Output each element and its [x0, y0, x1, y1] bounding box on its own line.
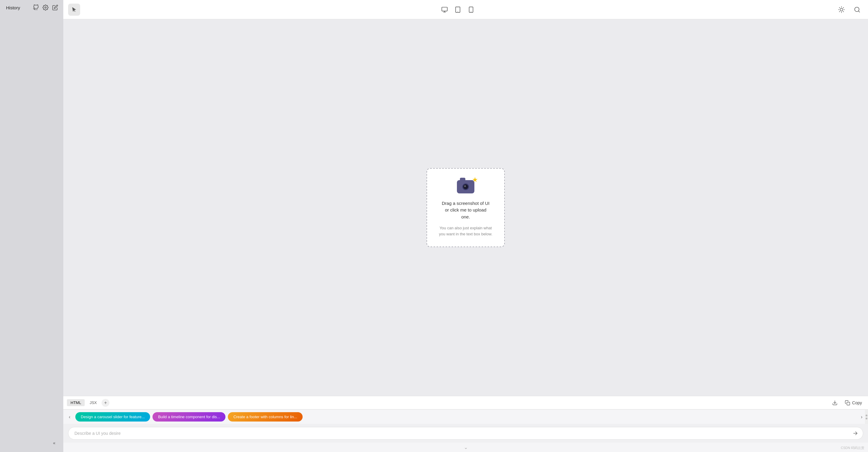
upload-icon: [455, 178, 476, 195]
upload-sub-text: You can also just explain what you want …: [439, 225, 492, 237]
sidebar-icons: [33, 4, 59, 11]
svg-line-15: [839, 11, 840, 11]
suggestion-chip-1[interactable]: Build a timeline component for dis...: [153, 412, 225, 422]
scroll-down-indicator: [866, 418, 867, 419]
code-panel: HTML JSX + Copy: [63, 396, 868, 409]
search-button[interactable]: [851, 4, 863, 16]
suggestions-prev-button[interactable]: ‹: [66, 414, 73, 420]
input-wrapper: [68, 427, 863, 440]
svg-rect-6: [469, 7, 473, 12]
svg-line-11: [839, 7, 840, 7]
copy-label: Copy: [852, 400, 862, 405]
upload-main-text: Drag a screenshot of UI or click me to u…: [442, 200, 490, 221]
tablet-view-button[interactable]: [452, 4, 464, 16]
github-icon[interactable]: [33, 4, 39, 11]
download-button[interactable]: [830, 399, 840, 407]
send-button[interactable]: [850, 428, 860, 438]
tab-html[interactable]: HTML: [67, 399, 85, 406]
sidebar-header: History: [0, 0, 63, 15]
camera-bump: [460, 178, 465, 181]
cursor-tool-button[interactable]: [68, 4, 80, 16]
sidebar-collapse-button[interactable]: «: [50, 439, 59, 447]
toolbar-center: [438, 4, 477, 16]
suggestions-next-button[interactable]: ›: [858, 414, 865, 420]
toolbar: [63, 0, 868, 19]
prompt-input[interactable]: [68, 427, 863, 440]
code-tab-actions: Copy: [830, 399, 864, 407]
svg-line-18: [858, 11, 860, 12]
suggestion-chip-0[interactable]: Design a carousel slider for feature...: [75, 412, 150, 422]
main-content: Drag a screenshot of UI or click me to u…: [63, 0, 868, 452]
svg-rect-20: [847, 402, 850, 405]
toolbar-left: [68, 4, 80, 16]
copy-button[interactable]: Copy: [842, 399, 864, 407]
collapse-hint[interactable]: ⌄: [63, 443, 868, 452]
svg-rect-4: [456, 7, 460, 12]
code-tabs: HTML JSX +: [67, 399, 110, 407]
toolbar-right: [835, 4, 863, 16]
watermark: CSDN 码码云赏: [841, 446, 864, 450]
suggestion-chip-2[interactable]: Create a footer with columns for lin...: [228, 412, 303, 422]
preview-area[interactable]: Drag a screenshot of UI or click me to u…: [63, 19, 868, 396]
input-row: [63, 424, 868, 443]
sidebar: History: [0, 0, 63, 452]
code-tabs-row: HTML JSX + Copy: [63, 396, 868, 409]
svg-rect-1: [442, 7, 447, 11]
svg-line-16: [843, 7, 844, 7]
scroll-up-indicator: [866, 415, 867, 416]
svg-point-8: [840, 8, 843, 11]
edit-icon[interactable]: [52, 4, 59, 11]
camera-lens: [462, 183, 469, 190]
scroll-indicator: [865, 410, 868, 424]
upload-card[interactable]: Drag a screenshot of UI or click me to u…: [427, 168, 505, 248]
sidebar-title: History: [6, 5, 20, 10]
desktop-view-button[interactable]: [438, 4, 451, 16]
suggestions-row: ‹ Design a carousel slider for feature..…: [63, 409, 868, 424]
gear-icon[interactable]: [42, 4, 49, 11]
tab-jsx[interactable]: JSX: [86, 399, 100, 406]
theme-toggle-button[interactable]: [835, 4, 847, 16]
svg-line-12: [843, 11, 844, 11]
camera-body: [457, 180, 474, 193]
add-tab-button[interactable]: +: [101, 399, 110, 407]
svg-point-0: [45, 7, 46, 8]
mobile-view-button[interactable]: [465, 4, 477, 16]
